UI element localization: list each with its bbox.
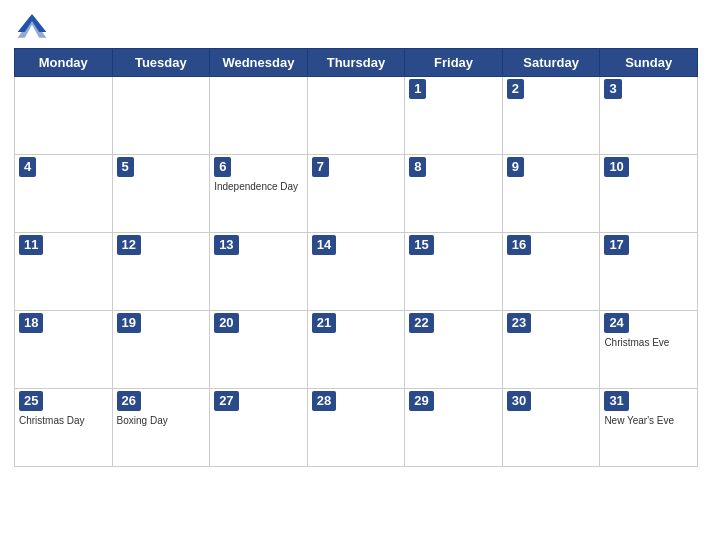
weekday-header-monday: Monday — [15, 49, 113, 77]
weekday-header-tuesday: Tuesday — [112, 49, 210, 77]
weekday-header-saturday: Saturday — [502, 49, 600, 77]
day-number: 5 — [117, 157, 134, 177]
weekday-header-friday: Friday — [405, 49, 503, 77]
week-row-1: 123 — [15, 77, 698, 155]
day-number: 3 — [604, 79, 621, 99]
day-number: 26 — [117, 391, 141, 411]
calendar-cell: 1 — [405, 77, 503, 155]
holiday-label: Independence Day — [214, 181, 303, 193]
day-number: 17 — [604, 235, 628, 255]
day-number: 8 — [409, 157, 426, 177]
weekday-header-sunday: Sunday — [600, 49, 698, 77]
logo — [14, 10, 114, 40]
calendar-cell — [210, 77, 308, 155]
holiday-label: New Year's Eve — [604, 415, 693, 427]
calendar-cell: 8 — [405, 155, 503, 233]
day-number: 21 — [312, 313, 336, 333]
day-number: 15 — [409, 235, 433, 255]
calendar-cell: 6Independence Day — [210, 155, 308, 233]
day-number: 7 — [312, 157, 329, 177]
calendar-cell: 27 — [210, 389, 308, 467]
day-number: 9 — [507, 157, 524, 177]
calendar-cell: 29 — [405, 389, 503, 467]
calendar-cell: 18 — [15, 311, 113, 389]
calendar-cell: 19 — [112, 311, 210, 389]
holiday-label: Boxing Day — [117, 415, 206, 427]
day-number: 10 — [604, 157, 628, 177]
calendar-cell: 21 — [307, 311, 405, 389]
day-number: 18 — [19, 313, 43, 333]
calendar-table: MondayTuesdayWednesdayThursdayFridaySatu… — [14, 48, 698, 467]
weekday-header-wednesday: Wednesday — [210, 49, 308, 77]
calendar-header-row: MondayTuesdayWednesdayThursdayFridaySatu… — [15, 49, 698, 77]
calendar-cell: 15 — [405, 233, 503, 311]
calendar-cell: 14 — [307, 233, 405, 311]
day-number: 27 — [214, 391, 238, 411]
day-number: 14 — [312, 235, 336, 255]
calendar-cell: 3 — [600, 77, 698, 155]
calendar-cell: 16 — [502, 233, 600, 311]
day-number: 24 — [604, 313, 628, 333]
calendar-cell: 12 — [112, 233, 210, 311]
day-number: 16 — [507, 235, 531, 255]
day-number: 25 — [19, 391, 43, 411]
holiday-label: Christmas Eve — [604, 337, 693, 349]
calendar-cell: 23 — [502, 311, 600, 389]
day-number: 22 — [409, 313, 433, 333]
day-number: 12 — [117, 235, 141, 255]
day-number: 29 — [409, 391, 433, 411]
calendar-cell: 13 — [210, 233, 308, 311]
calendar-cell: 17 — [600, 233, 698, 311]
calendar-cell: 31New Year's Eve — [600, 389, 698, 467]
calendar-cell: 24Christmas Eve — [600, 311, 698, 389]
calendar-cell: 2 — [502, 77, 600, 155]
day-number: 19 — [117, 313, 141, 333]
calendar-cell: 10 — [600, 155, 698, 233]
calendar-cell: 11 — [15, 233, 113, 311]
calendar-cell: 20 — [210, 311, 308, 389]
calendar-cell — [15, 77, 113, 155]
calendar-cell: 25Christmas Day — [15, 389, 113, 467]
day-number: 20 — [214, 313, 238, 333]
calendar-cell — [307, 77, 405, 155]
calendar-header — [14, 10, 698, 40]
day-number: 1 — [409, 79, 426, 99]
logo-icon — [14, 10, 50, 38]
calendar-page: MondayTuesdayWednesdayThursdayFridaySatu… — [0, 0, 712, 550]
week-row-2: 456Independence Day78910 — [15, 155, 698, 233]
calendar-cell: 22 — [405, 311, 503, 389]
holiday-label: Christmas Day — [19, 415, 108, 427]
calendar-cell: 28 — [307, 389, 405, 467]
weekday-header-thursday: Thursday — [307, 49, 405, 77]
week-row-5: 25Christmas Day26Boxing Day2728293031New… — [15, 389, 698, 467]
day-number: 13 — [214, 235, 238, 255]
day-number: 30 — [507, 391, 531, 411]
week-row-3: 11121314151617 — [15, 233, 698, 311]
calendar-cell: 7 — [307, 155, 405, 233]
calendar-cell — [112, 77, 210, 155]
day-number: 11 — [19, 235, 43, 255]
calendar-cell: 9 — [502, 155, 600, 233]
day-number: 2 — [507, 79, 524, 99]
calendar-cell: 4 — [15, 155, 113, 233]
day-number: 4 — [19, 157, 36, 177]
day-number: 28 — [312, 391, 336, 411]
week-row-4: 18192021222324Christmas Eve — [15, 311, 698, 389]
day-number: 6 — [214, 157, 231, 177]
day-number: 31 — [604, 391, 628, 411]
calendar-cell: 26Boxing Day — [112, 389, 210, 467]
calendar-cell: 5 — [112, 155, 210, 233]
calendar-cell: 30 — [502, 389, 600, 467]
day-number: 23 — [507, 313, 531, 333]
